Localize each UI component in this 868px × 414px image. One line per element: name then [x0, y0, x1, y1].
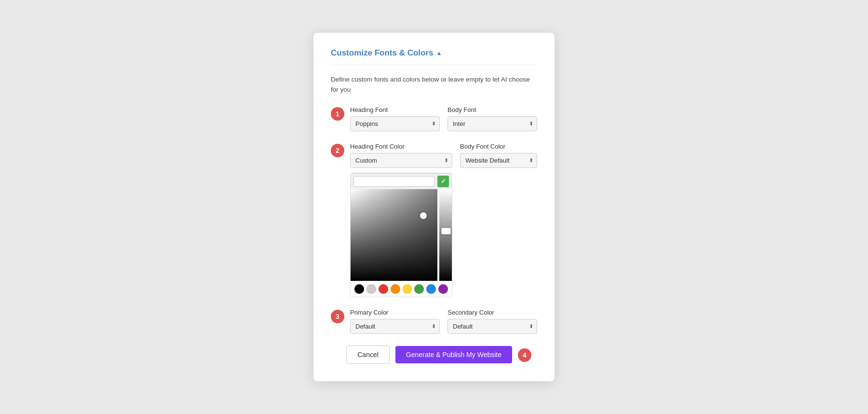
step3-section: 3 Primary Color Default Custom Black Whi…	[331, 309, 537, 334]
title-arrow-icon[interactable]: ▲	[436, 50, 442, 56]
swatch-black[interactable]	[354, 284, 364, 294]
body-color-select[interactable]: Website Default Custom Black White	[460, 153, 537, 168]
body-font-field: Body Font Inter Poppins Roboto Open Sans	[448, 106, 537, 131]
body-color-field: Body Font Color Website Default Custom B…	[460, 143, 537, 297]
brightness-bar[interactable]	[439, 189, 452, 281]
body-color-label: Body Font Color	[460, 143, 537, 150]
hex-bar: ✓	[351, 173, 452, 189]
step3-badge: 3	[331, 310, 344, 323]
color-swatches	[351, 281, 452, 297]
color-gradient-area[interactable]	[351, 189, 452, 281]
body-color-select-wrapper: Website Default Custom Black White	[460, 153, 537, 168]
heading-font-label: Heading Font	[350, 106, 440, 113]
heading-font-select-wrapper: Poppins Inter Roboto Open Sans Lato	[350, 116, 440, 131]
primary-color-select[interactable]: Default Custom Black White	[350, 319, 440, 334]
secondary-color-select-wrapper: Default Custom Black White	[448, 319, 537, 334]
color-picker[interactable]: ✓	[350, 173, 452, 297]
secondary-color-select[interactable]: Default Custom Black White	[448, 319, 537, 334]
primary-color-label: Primary Color	[350, 309, 440, 316]
secondary-color-field: Secondary Color Default Custom Black Whi…	[448, 309, 537, 334]
step2-fields: Heading Font Color Custom Website Defaul…	[350, 143, 537, 297]
step3-fields: Primary Color Default Custom Black White…	[350, 309, 537, 334]
customize-modal: Customize Fonts & Colors ▲ Define custom…	[313, 33, 555, 381]
cancel-button[interactable]: Cancel	[346, 345, 390, 364]
swatch-green[interactable]	[414, 284, 424, 294]
step1-fields: Heading Font Poppins Inter Roboto Open S…	[350, 106, 537, 131]
modal-subtitle: Define custom fonts and colors below or …	[331, 75, 537, 95]
modal-title-text: Customize Fonts & Colors	[331, 48, 434, 58]
step1-badge: 1	[331, 107, 344, 121]
gradient-canvas[interactable]	[351, 189, 437, 281]
generate-button[interactable]: Generate & Publish My Website	[395, 346, 512, 363]
step4-badge: 4	[518, 348, 531, 362]
swatch-light-gray[interactable]	[366, 284, 376, 294]
primary-color-field: Primary Color Default Custom Black White	[350, 309, 440, 334]
heading-color-select-wrapper: Custom Website Default Black White	[350, 153, 452, 168]
swatch-red[interactable]	[379, 284, 388, 294]
divider	[331, 65, 537, 65]
hex-input[interactable]	[353, 176, 434, 187]
body-font-label: Body Font	[448, 106, 537, 113]
body-font-select[interactable]: Inter Poppins Roboto Open Sans	[448, 116, 537, 131]
swatch-orange[interactable]	[391, 284, 400, 294]
modal-title: Customize Fonts & Colors ▲	[331, 48, 537, 58]
heading-color-field: Heading Font Color Custom Website Defaul…	[350, 143, 452, 297]
secondary-color-label: Secondary Color	[448, 309, 537, 316]
hex-confirm-button[interactable]: ✓	[437, 176, 449, 187]
step1-section: 1 Heading Font Poppins Inter Roboto Open…	[331, 106, 537, 131]
swatch-purple[interactable]	[438, 284, 448, 294]
swatch-yellow[interactable]	[403, 284, 412, 294]
heading-font-field: Heading Font Poppins Inter Roboto Open S…	[350, 106, 440, 131]
footer-actions: Cancel Generate & Publish My Website 4	[331, 345, 537, 364]
heading-color-select[interactable]: Custom Website Default Black White	[350, 153, 452, 168]
swatch-blue[interactable]	[426, 284, 436, 294]
heading-font-select[interactable]: Poppins Inter Roboto Open Sans Lato	[350, 116, 440, 131]
primary-color-select-wrapper: Default Custom Black White	[350, 319, 440, 334]
heading-color-label: Heading Font Color	[350, 143, 452, 150]
step2-badge: 2	[331, 144, 344, 157]
body-font-select-wrapper: Inter Poppins Roboto Open Sans	[448, 116, 537, 131]
step2-section: 2 Heading Font Color Custom Website Defa…	[331, 143, 537, 297]
